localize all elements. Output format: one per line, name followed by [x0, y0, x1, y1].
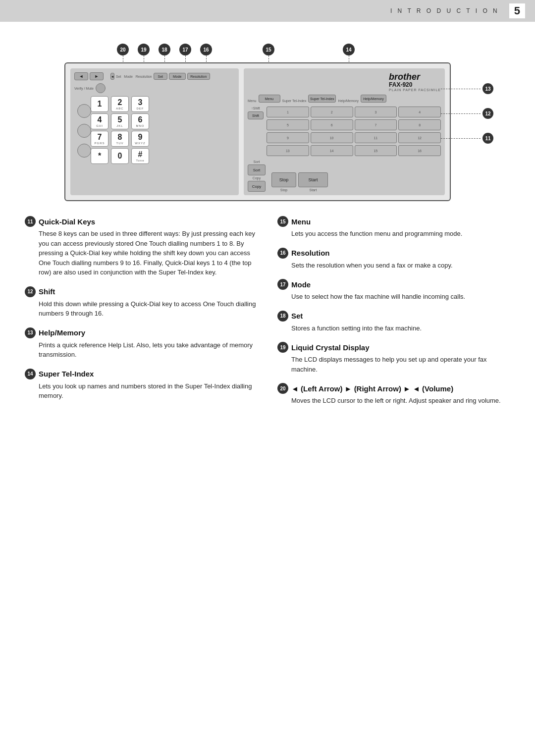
qd-4[interactable]: 4: [398, 107, 441, 117]
round-redial-btn[interactable]: [77, 124, 91, 138]
qd-2[interactable]: 2: [311, 107, 353, 117]
bubble-19: 19: [138, 44, 150, 55]
brand-name: brother: [389, 72, 441, 81]
qd-16[interactable]: 16: [398, 145, 441, 156]
key-star[interactable]: *: [91, 148, 108, 164]
right-arrow-btn[interactable]: ►: [90, 72, 104, 80]
brand-model: FAX-920: [389, 81, 441, 88]
bubble-15: 15: [263, 44, 274, 55]
round-tel-btn[interactable]: [77, 144, 91, 158]
stop-btn[interactable]: Stop: [271, 172, 296, 187]
bubble-17: 17: [179, 44, 191, 55]
sort-btn[interactable]: Sort: [248, 164, 266, 175]
key-2[interactable]: 2ABC: [111, 96, 129, 112]
start-btn[interactable]: Start: [298, 172, 328, 187]
set-btn[interactable]: Set: [154, 73, 167, 80]
key-6[interactable]: 6MNO: [131, 113, 149, 129]
super-tel-btn[interactable]: Super Tel-Index: [308, 95, 336, 103]
key-0[interactable]: 0: [111, 148, 129, 164]
item-20-title: ◄ (Left Arrow) ► (Right Arrow) ► ◄ (Volu…: [291, 384, 453, 393]
brand-sub: PLAIN PAPER FACSIMILE: [389, 88, 441, 92]
intro-label: I N T R O D U C T I O N: [390, 7, 499, 14]
qd-8[interactable]: 8: [398, 119, 441, 130]
qd-6[interactable]: 6: [311, 119, 353, 130]
item-11-title: Quick-Dial Keys: [39, 217, 95, 226]
right-label-12: 12: [441, 108, 493, 119]
item-17-title: Mode: [291, 280, 311, 289]
item-16: 16 Resolution Sets the resolution when y…: [277, 248, 510, 270]
item-14-header: 14 Super Tel-Index: [25, 369, 258, 379]
super-tel-label: Super Tel-Index: [282, 99, 307, 103]
copy-btn[interactable]: Copy: [248, 181, 266, 192]
key-7[interactable]: 7PGRS: [91, 131, 108, 147]
qd-12[interactable]: 12: [398, 132, 441, 143]
stop-start-row: Stop Stop Start Start: [271, 172, 328, 192]
brand-area: brother FAX-920 PLAIN PAPER FACSIMILE: [248, 72, 441, 92]
bubble-18-text: 18: [277, 311, 288, 322]
shift-label: ↑Shift: [251, 107, 260, 110]
shift-btn[interactable]: Shift: [248, 111, 264, 119]
bubble-16-text: 16: [277, 248, 288, 259]
bubble-13-text: 13: [25, 327, 36, 338]
top-labels: Set Mode Resolution: [116, 75, 152, 78]
key-9[interactable]: 9WXYZ: [131, 131, 149, 147]
qd-14[interactable]: 14: [311, 145, 353, 156]
left-col: 11 Quick-Dial Keys These 8 keys can be u…: [25, 216, 258, 415]
verify-btn[interactable]: [96, 83, 106, 93]
qd-1[interactable]: 1: [267, 107, 309, 117]
mode-btn[interactable]: Mode: [169, 73, 186, 80]
right-label-11: 11: [441, 133, 493, 144]
qd-5[interactable]: 5: [267, 119, 309, 130]
item-18-body: Stores a function setting into the fax m…: [277, 324, 510, 333]
shift-quickdial-area: ↑Shift Shift 1 2 3 4: [248, 107, 441, 156]
round-btns-left: [77, 104, 91, 158]
help-memory-btn[interactable]: Help/Memory: [361, 95, 386, 103]
item-11-header: 11 Quick-Dial Keys: [25, 216, 258, 227]
round-r-btn[interactable]: [77, 104, 91, 118]
item-20-body: Moves the LCD cursor to the left or righ…: [277, 396, 510, 406]
start-col: Start Start: [298, 172, 328, 192]
key-4[interactable]: 4GHI: [91, 113, 108, 129]
key-hash[interactable]: #Tone: [131, 148, 149, 164]
key-1[interactable]: 1: [91, 96, 108, 112]
menu-btn[interactable]: Menu: [259, 95, 280, 103]
right-col: 15 Menu Lets you access the function men…: [277, 216, 510, 415]
resolution-btn[interactable]: Resolution: [187, 73, 210, 80]
item-18: 18 Set Stores a function setting into th…: [277, 311, 510, 333]
fax-inner: ◄ ► ◄ Set Mode Resolution Set Mode Resol…: [65, 63, 450, 200]
qd-9[interactable]: 9: [267, 132, 309, 143]
key-8[interactable]: 8TUV: [111, 131, 129, 147]
brand-block: brother FAX-920 PLAIN PAPER FACSIMILE: [389, 72, 441, 92]
content-section: 11 Quick-Dial Keys These 8 keys can be u…: [0, 211, 535, 430]
qd-10[interactable]: 10: [311, 132, 353, 143]
item-19-header: 19 Liquid Crystal Display: [277, 342, 510, 353]
key-5[interactable]: 5JKL: [111, 113, 129, 129]
diagram-section: 20 19 18 17 16 15 14: [0, 22, 535, 211]
left-arrow-btn[interactable]: ◄: [74, 72, 88, 80]
item-14: 14 Super Tel-Index Lets you look up name…: [25, 369, 258, 401]
qd-11[interactable]: 11: [355, 132, 397, 143]
item-11-body: These 8 keys can be used in three differ…: [25, 229, 258, 277]
dial-col-2: 2ABC 5JKL 8TUV 0: [111, 96, 130, 164]
dial-col-3: 3DEF 6MNO 9WXYZ #Tone: [131, 96, 150, 164]
arrow-button-row: ◄ ► ◄ Set Mode Resolution Set Mode Resol…: [74, 72, 235, 80]
qd-15[interactable]: 15: [355, 145, 397, 156]
key-3[interactable]: 3DEF: [131, 96, 149, 112]
bubble-20-text: 20: [277, 383, 288, 394]
item-18-header: 18 Set: [277, 311, 510, 322]
item-12: 12 Shift Hold this down while pressing a…: [25, 286, 258, 319]
item-12-body: Hold this down while pressing a Quick-Di…: [25, 299, 258, 319]
fax-right-panel: brother FAX-920 PLAIN PAPER FACSIMILE Me…: [244, 68, 445, 195]
qd-7[interactable]: 7: [355, 119, 397, 130]
quick-dial-row3: 9 10 11 12: [267, 132, 441, 143]
dotline-11: [441, 138, 481, 139]
item-13-title: Help/Memory: [39, 328, 85, 337]
bubble-20: 20: [117, 44, 129, 55]
vol-icon: ◄: [110, 73, 114, 80]
item-13-body: Prints a quick reference Help List. Also…: [25, 340, 258, 360]
bubble-row-top: 20 19 18 17 16 15 14: [64, 37, 471, 61]
dotline-12: [441, 113, 481, 114]
header-bar: I N T R O D U C T I O N 5: [0, 0, 535, 22]
qd-3[interactable]: 3: [355, 107, 397, 117]
qd-13[interactable]: 13: [267, 145, 309, 156]
